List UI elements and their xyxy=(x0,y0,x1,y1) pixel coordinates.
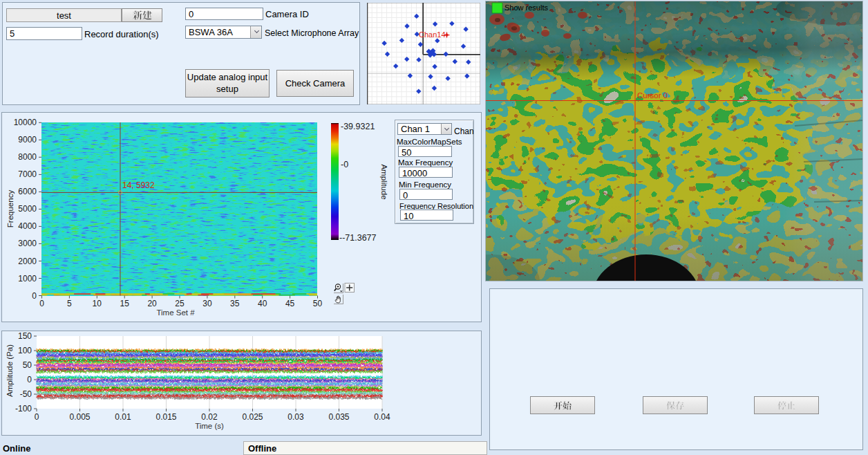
svg-text:0.025: 0.025 xyxy=(242,412,263,422)
svg-text:0.035: 0.035 xyxy=(328,412,349,422)
svg-text:40: 40 xyxy=(258,299,267,308)
svg-text:Frequency: Frequency xyxy=(6,190,15,228)
svg-text:15: 15 xyxy=(120,299,130,308)
svg-text:3000: 3000 xyxy=(18,239,37,248)
svg-text:14, 5932: 14, 5932 xyxy=(122,180,155,190)
svg-text:Amplitude (Pa): Amplitude (Pa) xyxy=(6,344,14,397)
svg-text:Time (s): Time (s) xyxy=(195,422,224,430)
svg-text:0.005: 0.005 xyxy=(69,412,90,422)
svg-text:10000: 10000 xyxy=(14,118,37,127)
svg-text:Amplitude: Amplitude xyxy=(380,164,388,199)
svg-text:5000: 5000 xyxy=(18,204,37,214)
svg-text:0.01: 0.01 xyxy=(115,412,131,422)
svg-text:0.03: 0.03 xyxy=(287,412,304,422)
svg-text:0.04: 0.04 xyxy=(374,412,390,422)
svg-text:100: 100 xyxy=(18,346,32,355)
svg-text:150: 150 xyxy=(18,331,32,341)
svg-text:25: 25 xyxy=(175,299,185,308)
svg-text:8000: 8000 xyxy=(18,152,37,162)
svg-text:Time Set #: Time Set # xyxy=(156,308,195,317)
svg-text:0: 0 xyxy=(32,291,37,301)
svg-text:0: 0 xyxy=(27,375,32,384)
svg-text:5: 5 xyxy=(67,299,72,308)
svg-text:-50: -50 xyxy=(20,389,32,399)
svg-text:0: 0 xyxy=(39,299,44,308)
svg-text:35: 35 xyxy=(230,299,240,308)
svg-text:50: 50 xyxy=(313,299,323,308)
svg-text:0.015: 0.015 xyxy=(155,412,176,422)
svg-text:-39.9321: -39.9321 xyxy=(341,122,375,131)
svg-text:7000: 7000 xyxy=(18,169,37,179)
svg-text:Cursor 0: Cursor 0 xyxy=(637,91,668,100)
svg-text:0.02: 0.02 xyxy=(201,412,218,422)
svg-text:9000: 9000 xyxy=(18,135,37,145)
svg-text:Show results: Show results xyxy=(504,3,548,12)
svg-text:50: 50 xyxy=(23,360,32,370)
svg-text:45: 45 xyxy=(285,299,295,308)
svg-text:1000: 1000 xyxy=(18,274,37,284)
svg-text:0: 0 xyxy=(35,412,39,422)
svg-text:--71.3677: --71.3677 xyxy=(339,233,377,243)
svg-text:10: 10 xyxy=(93,299,102,308)
svg-text:-0: -0 xyxy=(341,160,348,169)
svg-text:6000: 6000 xyxy=(18,187,37,196)
svg-text:20: 20 xyxy=(147,299,157,308)
svg-text:2000: 2000 xyxy=(18,257,37,266)
svg-text:Chan14: Chan14 xyxy=(419,30,446,39)
svg-text:-100: -100 xyxy=(15,404,32,414)
svg-text:4000: 4000 xyxy=(18,221,37,231)
svg-text:30: 30 xyxy=(202,299,212,308)
